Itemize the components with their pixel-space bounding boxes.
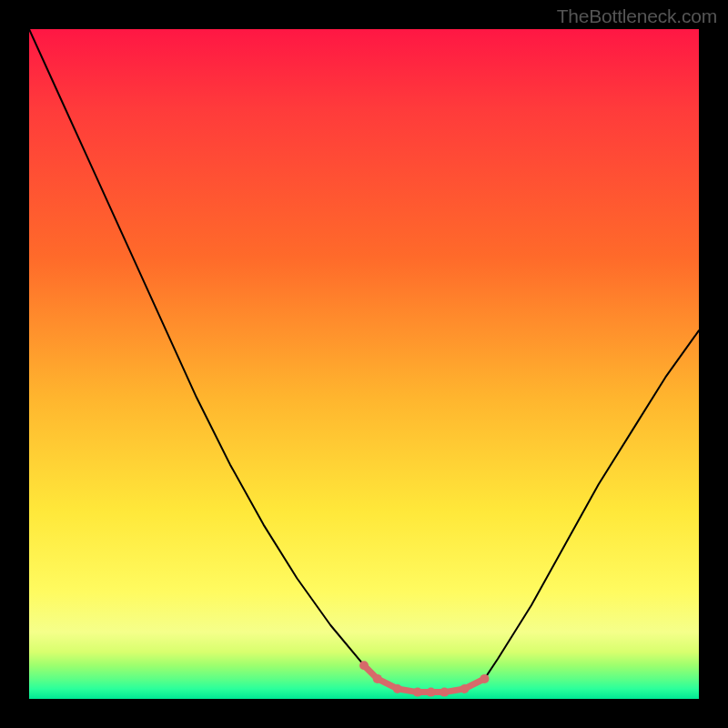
optimal-zone-marker (427, 688, 436, 697)
bottleneck-curve (29, 29, 699, 693)
optimal-zone-marker (393, 684, 402, 693)
optimal-zone-marker (460, 684, 469, 693)
optimal-zone-marker (413, 688, 422, 697)
plot-area (29, 29, 699, 699)
optimal-zone-marker (359, 661, 369, 670)
optimal-zone-marker (373, 674, 382, 683)
optimal-zone-marker (440, 688, 449, 697)
curve-layer (29, 29, 699, 699)
attribution-text: TheBottleneck.com (557, 5, 717, 27)
chart-stage: TheBottleneck.com (0, 0, 728, 728)
optimal-zone-marker (480, 674, 490, 683)
